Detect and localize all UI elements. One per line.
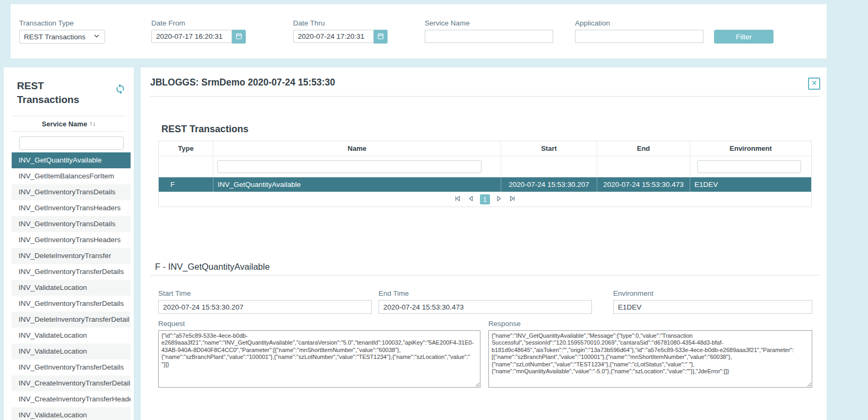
list-item[interactable]: INV_DeleteInventoryTransfer xyxy=(12,248,131,264)
application-input[interactable] xyxy=(575,30,703,43)
column-header-start[interactable]: Start xyxy=(501,141,597,156)
column-header-type[interactable]: Type xyxy=(159,141,213,156)
close-button[interactable] xyxy=(808,78,820,90)
column-header-end[interactable]: End xyxy=(597,141,690,156)
next-page-icon xyxy=(495,195,503,204)
end-time-label: End Time xyxy=(379,289,592,297)
table-row[interactable]: F INV_GetQuantityAvailable 2020-07-24 15… xyxy=(159,177,811,192)
last-page-icon xyxy=(509,195,516,204)
calendar-icon xyxy=(377,32,384,41)
service-name-label: Service Name xyxy=(425,19,553,27)
date-from-calendar-button[interactable] xyxy=(232,30,246,44)
first-page-button[interactable] xyxy=(453,195,462,204)
previous-page-icon xyxy=(467,195,475,204)
list-item[interactable]: INV_GetInventoryTransDetails xyxy=(12,184,131,200)
table-header-row: Type Name Start End Environment xyxy=(159,141,811,156)
panel-title: JBLOGGS: SrmDemo 2020-07-24 15:53:30 xyxy=(150,77,335,88)
list-item[interactable]: INV_GetInventoryTransHeaders xyxy=(12,232,131,248)
refresh-icon xyxy=(115,88,126,96)
divider xyxy=(150,275,819,276)
environment-label: Environment xyxy=(613,289,812,297)
list-item[interactable]: INV_ValidateLocation xyxy=(12,407,131,420)
list-item[interactable]: INV_GetInventoryTransHeaders xyxy=(12,200,131,216)
paginator: 1 xyxy=(159,192,811,207)
cell-name: INV_GetQuantityAvailable xyxy=(213,177,501,192)
environment-input[interactable] xyxy=(613,300,812,314)
start-time-label: Start Time xyxy=(158,289,372,297)
transaction-type-label: Transaction Type xyxy=(19,19,105,27)
service-name-column-label: Service Name xyxy=(42,120,87,128)
sidebar: REST Transactions Service Name ↑↓ INV_Ge… xyxy=(4,67,134,420)
response-textarea[interactable]: {"name":"INV_GetQuantityAvailable","Mess… xyxy=(488,330,812,388)
list-item[interactable]: INV_GetInventoryTransDetails xyxy=(12,216,131,232)
request-label: Request xyxy=(158,320,480,328)
list-item[interactable]: INV_GetInventoryTransferDetails xyxy=(12,359,131,375)
list-item[interactable]: INV_GetItemBalancesForItem xyxy=(12,168,131,184)
table-filter-row xyxy=(159,156,811,177)
date-thru-label: Date Thru xyxy=(293,19,388,27)
request-textarea[interactable]: {"id":"a57e5c89-533e-4ece-b0db-e2689aaa3… xyxy=(158,330,480,388)
sidebar-title: REST Transactions xyxy=(17,79,99,107)
date-thru-input[interactable] xyxy=(293,30,374,43)
close-icon xyxy=(811,80,818,88)
first-page-icon xyxy=(454,195,461,204)
list-item[interactable]: INV_GetInventoryTransferDetails xyxy=(12,296,131,312)
section-title: REST Transactions xyxy=(161,124,248,135)
previous-page-button[interactable] xyxy=(467,195,475,204)
filter-panel: Transaction Type REST Transactions Date … xyxy=(11,4,827,58)
list-item[interactable]: INV_GetInventoryTransferDetails xyxy=(12,264,131,280)
calendar-icon xyxy=(235,32,243,41)
divider xyxy=(150,96,819,97)
end-time-input[interactable] xyxy=(379,300,592,314)
last-page-button[interactable] xyxy=(508,195,517,204)
list-item[interactable]: INV_CreateInventoryTransferHeader xyxy=(12,391,131,407)
name-column-filter-input[interactable] xyxy=(217,160,482,173)
service-list-filter-input[interactable] xyxy=(19,136,124,150)
service-name-input[interactable] xyxy=(425,30,553,43)
filter-button[interactable]: Filter xyxy=(714,30,774,44)
list-item[interactable]: INV_ValidateLocation xyxy=(12,280,131,296)
service-list: INV_GetQuantityAvailableINV_GetItemBalan… xyxy=(12,152,131,420)
column-header-environment[interactable]: Environment xyxy=(690,141,811,156)
sort-icon: ↑↓ xyxy=(89,120,96,127)
transaction-type-value: REST Transactions xyxy=(24,33,85,41)
cell-start: 2020-07-24 15:53:30.207 xyxy=(501,177,597,192)
environment-column-filter-input[interactable] xyxy=(697,160,801,173)
current-page-button[interactable]: 1 xyxy=(480,194,490,204)
next-page-button[interactable] xyxy=(495,195,503,204)
list-item[interactable]: INV_ValidateLocation xyxy=(12,328,131,344)
application-label: Application xyxy=(575,19,703,27)
transaction-type-select[interactable]: REST Transactions xyxy=(19,30,105,44)
cell-environment: E1DEV xyxy=(690,177,811,192)
cell-type: F xyxy=(159,177,213,192)
transactions-table: Type Name Start End Environment F INV_Ge… xyxy=(158,141,812,207)
date-from-label: Date From xyxy=(151,19,246,27)
response-label: Response xyxy=(488,320,812,328)
cell-end: 2020-07-24 15:53:30.473 xyxy=(597,177,690,192)
start-time-input[interactable] xyxy=(158,300,372,314)
list-item[interactable]: INV_CreateInventoryTransferDetail xyxy=(12,375,131,391)
date-thru-calendar-button[interactable] xyxy=(374,30,388,44)
service-name-column-header[interactable]: Service Name ↑↓ xyxy=(12,116,125,132)
refresh-button[interactable] xyxy=(114,83,126,95)
detail-title: F - INV_GetQuantityAvailable xyxy=(155,262,270,272)
list-item[interactable]: INV_DeleteInventoryTransferDetail xyxy=(12,312,131,328)
date-from-input[interactable] xyxy=(151,30,232,43)
list-item[interactable]: INV_GetQuantityAvailable xyxy=(12,152,131,168)
column-header-name[interactable]: Name xyxy=(213,141,501,156)
transaction-detail-panel: JBLOGGS: SrmDemo 2020-07-24 15:53:30 RES… xyxy=(141,67,827,420)
chevron-down-icon xyxy=(93,32,100,41)
list-item[interactable]: INV_ValidateLocation xyxy=(12,344,131,359)
